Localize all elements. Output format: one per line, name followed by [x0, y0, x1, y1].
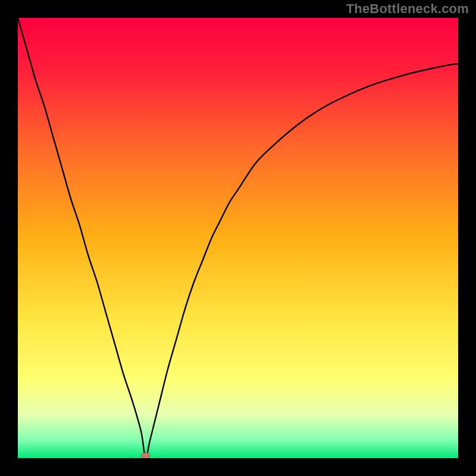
- bottleneck-curve: [18, 18, 458, 458]
- minimum-marker: [142, 453, 150, 458]
- watermark-text: TheBottleneck.com: [346, 1, 469, 17]
- chart-container: TheBottleneck.com: [0, 0, 476, 476]
- plot-area: [18, 18, 458, 458]
